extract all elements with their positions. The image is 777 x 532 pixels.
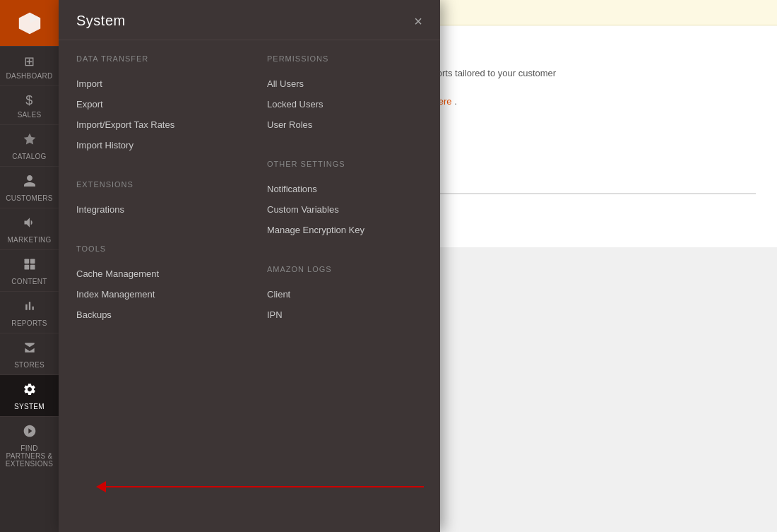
marketing-icon — [23, 215, 37, 233]
menu-link-cache-management[interactable]: Cache Management — [76, 264, 232, 284]
menu-body: Data Transfer Import Export Import/Expor… — [59, 40, 440, 532]
find-partners-icon — [23, 424, 37, 442]
menu-link-export[interactable]: Export — [76, 94, 232, 114]
sidebar-label-reports: REPORTS — [11, 319, 47, 327]
menu-close-button[interactable]: × — [414, 14, 422, 28]
system-menu-overlay: System × Data Transfer Import Export Imp… — [59, 0, 440, 532]
reports-icon — [23, 299, 37, 317]
svg-rect-3 — [30, 265, 35, 270]
system-icon — [23, 382, 37, 400]
sidebar-item-reports[interactable]: REPORTS — [0, 291, 59, 333]
arrow-line — [106, 486, 424, 487]
menu-link-custom-variables[interactable]: Custom Variables — [267, 199, 422, 220]
sidebar-label-system: SYSTEM — [14, 403, 45, 410]
sidebar-item-customers[interactable]: CUSTOMERS — [0, 166, 59, 208]
menu-link-import[interactable]: Import — [76, 73, 232, 94]
menu-column-right: Permissions All Users Locked Users User … — [249, 54, 440, 518]
sales-icon: $ — [25, 93, 32, 108]
section-title-extensions: Extensions — [76, 180, 232, 189]
menu-link-client[interactable]: Client — [267, 284, 422, 305]
sidebar-item-sales[interactable]: $ SALES — [0, 85, 59, 124]
menu-column-left: Data Transfer Import Export Import/Expor… — [59, 54, 249, 518]
menu-link-notifications[interactable]: Notifications — [267, 179, 422, 199]
sidebar-item-find-partners[interactable]: FIND PARTNERS & EXTENSIONS — [0, 416, 59, 473]
arrow-head — [96, 481, 106, 492]
section-title-data-transfer: Data Transfer — [76, 54, 232, 63]
dashboard-icon: ⊞ — [24, 54, 35, 69]
menu-link-import-export-tax[interactable]: Import/Export Tax Rates — [76, 114, 232, 135]
catalog-icon — [23, 132, 37, 150]
menu-link-ipn[interactable]: IPN — [267, 305, 422, 325]
svg-rect-1 — [30, 259, 35, 264]
sidebar-item-stores[interactable]: STORES — [0, 333, 59, 374]
sidebar-label-find-partners: FIND PARTNERS & EXTENSIONS — [4, 444, 55, 468]
menu-link-backups[interactable]: Backups — [76, 305, 232, 325]
sidebar-label-catalog: CATALOG — [12, 153, 46, 160]
sidebar-label-dashboard: DASHBOARD — [6, 72, 52, 80]
menu-link-all-users[interactable]: All Users — [267, 73, 422, 94]
sidebar-item-dashboard[interactable]: ⊞ DASHBOARD — [0, 46, 59, 85]
sidebar-label-customers: CUSTOMERS — [6, 194, 52, 202]
sidebar-label-stores: STORES — [14, 361, 45, 369]
sidebar-item-system[interactable]: SYSTEM — [0, 374, 59, 416]
sidebar-item-marketing[interactable]: MARKETING — [0, 208, 59, 249]
svg-rect-0 — [24, 259, 29, 264]
section-title-amazon-logs: Amazon Logs — [267, 265, 422, 273]
content-icon — [23, 257, 37, 275]
menu-link-manage-encryption-key[interactable]: Manage Encryption Key — [267, 220, 422, 240]
sidebar-label-content: CONTENT — [11, 278, 47, 285]
stores-icon — [23, 341, 37, 358]
menu-link-index-management[interactable]: Index Management — [76, 284, 232, 305]
sidebar-label-marketing: MARKETING — [7, 236, 51, 244]
section-title-other-settings: Other Settings — [267, 160, 422, 168]
menu-title: System — [76, 13, 126, 29]
sidebar-item-content[interactable]: CONTENT — [0, 249, 59, 291]
section-title-permissions: Permissions — [267, 54, 422, 63]
menu-link-locked-users[interactable]: Locked Users — [267, 94, 422, 114]
sidebar: ⊞ DASHBOARD $ SALES CATALOG CUSTOMERS MA… — [0, 0, 59, 532]
sidebar-label-sales: SALES — [18, 111, 42, 119]
menu-link-import-history[interactable]: Import History — [76, 135, 232, 155]
sidebar-item-catalog[interactable]: CATALOG — [0, 124, 59, 166]
menu-link-integrations[interactable]: Integrations — [76, 199, 232, 220]
customers-icon — [23, 174, 37, 191]
menu-link-user-roles[interactable]: User Roles — [267, 114, 422, 135]
svg-rect-2 — [24, 265, 29, 270]
section-title-tools: Tools — [76, 244, 232, 253]
sidebar-logo[interactable] — [0, 0, 59, 46]
menu-header: System × — [59, 0, 440, 40]
